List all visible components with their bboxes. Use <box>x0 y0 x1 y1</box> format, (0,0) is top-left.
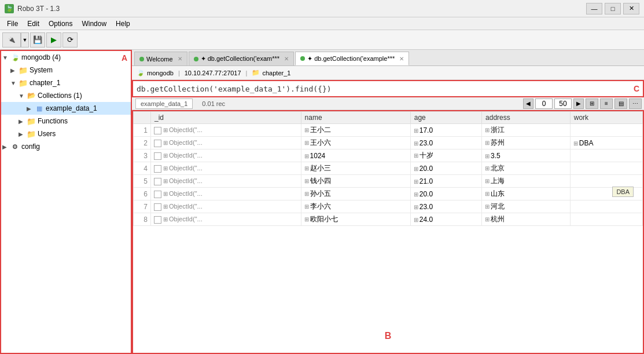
cell-work <box>570 162 642 175</box>
sidebar-label-functions: Functions <box>38 117 68 125</box>
sidebar-item-example-data[interactable]: ▶ ▦ example_data_1 <box>1 102 131 115</box>
close-button[interactable]: ✕ <box>623 3 639 14</box>
cell-name: ⊞赵小三 <box>301 162 410 175</box>
sidebar-item-functions[interactable]: ▶ 📁 Functions <box>1 115 131 127</box>
collection-icon: ▦ <box>35 104 44 113</box>
cell-age: ⊞20.0 <box>410 188 481 200</box>
cell-id: ⊞ObjectId("... <box>151 213 301 226</box>
breadcrumb-chapter1: 📁 chapter_1 <box>252 69 290 76</box>
col-num-header <box>134 112 151 124</box>
query-input[interactable] <box>137 85 629 93</box>
sidebar-label-mongodb: mongodb (4) <box>21 53 61 61</box>
tab-close-welcome[interactable]: ✕ <box>178 56 182 62</box>
row-number: 5 <box>134 175 151 188</box>
table-row: 5⊞ObjectId("...⊞钱小四⊞21.0⊞上海 <box>134 175 643 188</box>
row-number: 8 <box>134 213 151 226</box>
folder-icon-users: 📁 <box>27 129 36 138</box>
breadcrumb-mongodb: 🍃 mongodb <box>137 69 174 76</box>
view-tree-btn[interactable]: ≡ <box>600 98 613 109</box>
tooltip-dba: DBA <box>612 187 634 197</box>
cell-age: ⊞24.0 <box>410 213 481 226</box>
cell-work: ⊞DBA <box>570 137 642 149</box>
sidebar-label-chapter1: chapter_1 <box>30 79 60 87</box>
cell-age: ⊞23.0 <box>410 200 481 213</box>
tree-arrow-system: ▶ <box>10 67 19 74</box>
table-row: 3⊞ObjectId("...⊞1024⊞十岁⊞3.5 <box>134 149 643 162</box>
tab-query2[interactable]: ✦ db.getCollection('example*** ✕ <box>295 52 409 65</box>
pagination-next-btn[interactable]: ▶ <box>573 98 584 109</box>
cell-age: ⊞17.0 <box>410 124 481 137</box>
menu-edit[interactable]: Edit <box>23 17 44 30</box>
app-title: Robo 3T - 1.3 <box>17 5 60 13</box>
sidebar-item-users[interactable]: ▶ 📁 Users <box>1 127 131 140</box>
mongodb-icon: 🍃 <box>10 53 20 62</box>
row-number: 3 <box>134 149 151 162</box>
col-work-header: work <box>570 112 642 124</box>
cell-id: ⊞ObjectId("... <box>151 149 301 162</box>
table-row: 7⊞ObjectId("...⊞李小六⊞23.0⊞河北 <box>134 200 643 213</box>
sidebar-label-users: Users <box>38 130 56 138</box>
cell-work <box>570 175 642 188</box>
menu-help[interactable]: Help <box>111 17 135 30</box>
sidebar-label-example-data: example_data_1 <box>46 104 97 112</box>
results-count: 0.01 rec <box>202 100 225 107</box>
tree-arrow-config: ▶ <box>2 144 10 150</box>
tree-arrow-example-data: ▶ <box>27 105 35 112</box>
sidebar-item-mongodb[interactable]: ▼ 🍃 mongodb (4) <box>1 51 131 64</box>
tab-bar: Welcome ✕ ✦ db.getCollection('exam*** ✕ … <box>132 50 644 66</box>
sidebar-item-system[interactable]: ▶ 📁 System <box>1 64 131 76</box>
cell-address: ⊞北京 <box>482 162 571 175</box>
pagination-end-input[interactable] <box>554 98 572 109</box>
menu-file[interactable]: File <box>2 17 23 30</box>
table-row: 2⊞ObjectId("...⊞王小六⊞23.0⊞苏州⊞DBA <box>134 137 643 149</box>
row-number: 7 <box>134 200 151 213</box>
menu-options[interactable]: Options <box>44 17 77 30</box>
cell-address: ⊞山东 <box>482 188 571 200</box>
tab-welcome[interactable]: Welcome ✕ <box>134 52 187 65</box>
table-row: 4⊞ObjectId("...⊞赵小三⊞20.0⊞北京 <box>134 162 643 175</box>
row-number: 1 <box>134 124 151 137</box>
tab-query1[interactable]: ✦ db.getCollection('exam*** ✕ <box>189 52 294 65</box>
cell-address: ⊞河北 <box>482 200 571 213</box>
cell-work <box>570 200 642 213</box>
cell-id: ⊞ObjectId("... <box>151 162 301 175</box>
menu-window[interactable]: Window <box>77 17 111 30</box>
breadcrumb-bar: 🍃 mongodb | 10.10.247.77:27017 | 📁 chapt… <box>132 66 644 80</box>
view-more-btn[interactable]: ⋯ <box>629 98 642 109</box>
cell-name: ⊞孙小五 <box>301 188 410 200</box>
pagination-prev-btn[interactable]: ◀ <box>523 98 533 109</box>
new-connection-dropdown[interactable]: 🔌 ▼ <box>2 32 29 48</box>
maximize-button[interactable]: □ <box>605 3 621 14</box>
tab-label-welcome: Welcome <box>146 56 173 63</box>
tab-close-query1[interactable]: ✕ <box>284 56 289 62</box>
run-button[interactable]: ▶ <box>46 32 61 48</box>
cell-name: ⊞李小六 <box>301 200 410 213</box>
sidebar-item-collections[interactable]: ▼ 📂 Collections (1) <box>1 89 131 102</box>
sidebar-item-chapter1[interactable]: ▼ 📁 chapter_1 <box>1 76 131 89</box>
sidebar-item-config[interactable]: ▶ ⚙ config <box>1 140 131 153</box>
save-button[interactable]: 💾 <box>30 32 45 48</box>
cell-age: ⊞20.0 <box>410 162 481 175</box>
sidebar-label-collections: Collections (1) <box>38 92 82 100</box>
cell-work <box>570 213 642 226</box>
folder-icon-system: 📁 <box>19 65 28 75</box>
tab-close-query2[interactable]: ✕ <box>399 56 404 62</box>
pagination-start-input[interactable] <box>535 98 553 109</box>
refresh-button[interactable]: ⟳ <box>62 32 78 48</box>
results-tab-collection[interactable]: example_data_1 <box>135 98 193 109</box>
breadcrumb-ip: 10.10.247.77:27017 <box>185 70 241 76</box>
table-row: 1⊞ObjectId("...⊞王小二⊞17.0⊞浙江 <box>134 124 643 137</box>
row-number: 6 <box>134 188 151 200</box>
tab-icon-welcome <box>139 57 144 61</box>
new-btn[interactable]: 🔌 <box>2 32 21 48</box>
new-dropdown-arrow[interactable]: ▼ <box>21 32 29 48</box>
cell-name: ⊞王小六 <box>301 137 410 149</box>
view-table-btn[interactable]: ⊞ <box>586 98 598 109</box>
minimize-button[interactable]: — <box>586 3 602 14</box>
label-b: B <box>385 331 392 341</box>
query-bar: C <box>132 80 644 97</box>
col-address-header: address <box>482 112 571 124</box>
view-text-btn[interactable]: ▤ <box>614 98 627 109</box>
col-age-header: age <box>410 112 481 124</box>
sidebar-label-config: config <box>21 143 40 151</box>
